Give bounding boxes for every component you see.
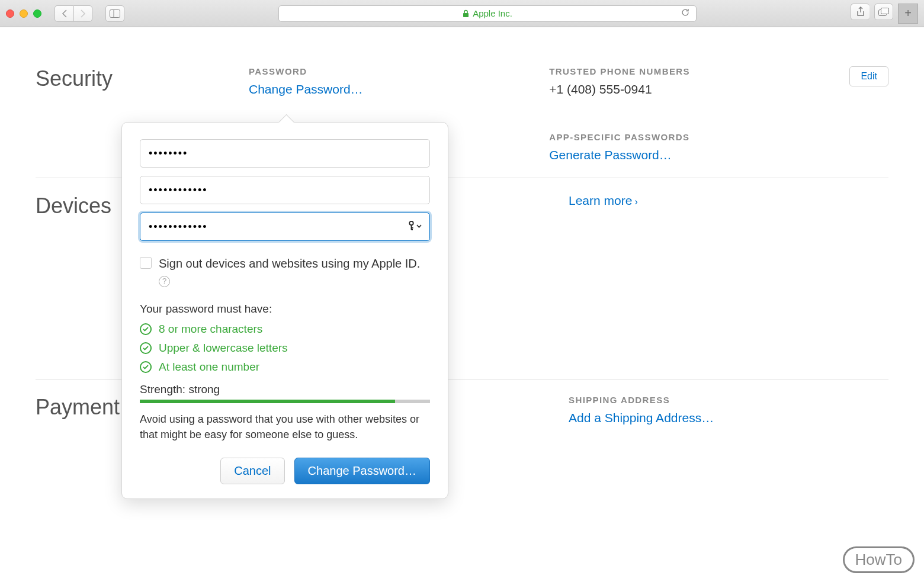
requirement-item: Upper & lowercase letters	[140, 342, 430, 355]
cancel-button[interactable]: Cancel	[220, 458, 284, 484]
shipping-heading: SHIPPING ADDRESS	[569, 395, 871, 405]
back-button[interactable]	[54, 5, 73, 22]
trusted-column: TRUSTED PHONE NUMBERS +1 (408) 555-0941 …	[549, 66, 832, 162]
check-icon	[140, 323, 152, 335]
chevron-right-icon: ›	[634, 197, 637, 207]
traffic-lights	[6, 9, 41, 18]
shipping-column: SHIPPING ADDRESS Add a Shipping Address…	[569, 395, 871, 426]
share-button[interactable]	[851, 4, 870, 20]
new-tab-button[interactable]: +	[898, 4, 918, 24]
password-heading: PASSWORD	[249, 66, 531, 76]
requirements-list: 8 or more characters Upper & lowercase l…	[140, 323, 430, 374]
window-minimize-button[interactable]	[20, 9, 28, 18]
forward-button[interactable]	[73, 5, 92, 22]
help-icon[interactable]: ?	[159, 276, 170, 287]
confirm-password-field[interactable]	[140, 213, 430, 241]
change-password-button[interactable]: Change Password…	[294, 458, 430, 484]
check-icon	[140, 342, 152, 354]
chevron-down-icon	[416, 224, 422, 228]
signout-checkbox[interactable]	[140, 257, 152, 269]
window-zoom-button[interactable]	[33, 9, 41, 18]
key-icon	[408, 221, 415, 231]
chevron-right-icon	[81, 9, 86, 18]
page-content: Security PASSWORD Change Password… TRUST…	[0, 27, 924, 579]
sidebar-button[interactable]	[105, 5, 124, 22]
reload-icon	[681, 8, 690, 17]
strength-label: Strength: strong	[140, 383, 430, 396]
add-shipping-link[interactable]: Add a Shipping Address…	[569, 411, 871, 425]
current-password-field[interactable]	[140, 139, 430, 168]
nav-back-forward	[54, 5, 92, 22]
change-password-link[interactable]: Change Password…	[249, 82, 531, 96]
learn-more-link[interactable]: Learn more›	[569, 194, 638, 207]
watermark: HowTo	[843, 546, 915, 573]
share-icon	[856, 7, 865, 17]
svg-point-5	[409, 221, 413, 225]
sidebar-icon	[110, 9, 120, 18]
requirement-item: At least one number	[140, 361, 430, 374]
chevron-left-icon	[62, 9, 67, 18]
lock-icon	[463, 9, 469, 18]
requirement-item: 8 or more characters	[140, 323, 430, 336]
reload-button[interactable]	[681, 8, 690, 19]
password-key-dropdown[interactable]	[408, 221, 422, 231]
strength-bar	[140, 400, 430, 403]
app-specific-heading: APP-SPECIFIC PASSWORDS	[549, 132, 832, 142]
requirements-title: Your password must have:	[140, 303, 430, 316]
devices-learnmore-col: Learn more›	[569, 194, 871, 364]
new-password-field[interactable]	[140, 176, 430, 204]
change-password-popover: Sign out devices and websites using my A…	[121, 122, 448, 499]
phone-number: +1 (408) 555-0941	[549, 82, 832, 96]
svg-rect-2	[463, 13, 469, 17]
trusted-phone-heading: TRUSTED PHONE NUMBERS	[549, 66, 832, 76]
edit-button[interactable]: Edit	[849, 66, 888, 86]
window-close-button[interactable]	[6, 9, 14, 18]
browser-toolbar: Apple Inc. +	[0, 0, 924, 27]
site-name: Apple Inc.	[473, 8, 512, 18]
tabs-button[interactable]	[874, 4, 893, 20]
svg-rect-0	[110, 9, 120, 17]
svg-rect-4	[881, 8, 889, 14]
strength-fill	[140, 400, 395, 403]
check-icon	[140, 361, 152, 373]
plus-icon: +	[904, 7, 912, 20]
signout-label: Sign out devices and websites using my A…	[159, 255, 430, 290]
address-bar[interactable]: Apple Inc.	[278, 5, 697, 22]
tabs-icon	[878, 8, 889, 16]
generate-password-link[interactable]: Generate Password…	[549, 148, 832, 162]
password-hint: Avoid using a password that you use with…	[140, 411, 430, 442]
